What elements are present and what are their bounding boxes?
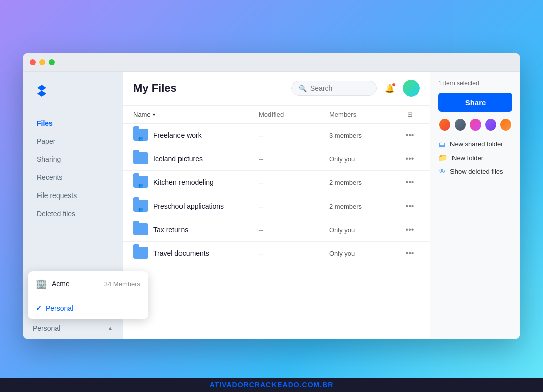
table-row[interactable]: 👥 Freelance work -- 3 members •••	[123, 124, 430, 147]
sidebar-item-file-requests[interactable]: File requests	[27, 187, 119, 204]
main-area: Files Paper Sharing Recents File request…	[23, 72, 520, 339]
row-name-cell: Tax returns	[133, 223, 259, 236]
folder-plain-icon	[133, 152, 148, 165]
show-deleted-files-action[interactable]: 👁 Show deleted files	[438, 167, 512, 176]
row-more-button[interactable]: •••	[400, 178, 420, 187]
shared-people-icon: 👥	[138, 183, 143, 188]
workspace-acme-item[interactable]: 🏢 Acme 34 Members	[28, 271, 148, 297]
new-folder-action[interactable]: 📁 New folder	[438, 153, 512, 162]
main-content: My Files 🔍 🔔 Name ▾	[123, 72, 430, 339]
row-name-cell: 👥 Preschool applications	[133, 200, 259, 213]
show-deleted-icon: 👁	[438, 167, 446, 176]
workspace-acme-name: Acme	[52, 280, 70, 288]
file-table: Name ▾ Modified Members ⊞ 👥 Freelance wo	[123, 106, 430, 339]
page-title: My Files	[133, 82, 285, 95]
collaborator-avatars	[438, 118, 512, 132]
avatar[interactable]	[403, 80, 420, 97]
col-members-header: Members	[329, 111, 400, 118]
avatar-1	[438, 118, 451, 132]
dropbox-logo	[23, 82, 123, 114]
col-modified-header: Modified	[259, 111, 329, 118]
table-header: Name ▾ Modified Members ⊞	[123, 106, 430, 124]
row-more-button[interactable]: •••	[400, 202, 420, 211]
avatar-4	[484, 118, 497, 132]
selected-count-text: 1 item selected	[438, 80, 512, 87]
row-members-cell: Only you	[329, 226, 400, 234]
row-name-cell: 👥 Kitchen remodeling	[133, 176, 259, 189]
workspace-popup[interactable]: 🏢 Acme 34 Members ✓ Personal	[28, 271, 148, 319]
workspace-personal-label: Personal	[46, 304, 73, 312]
row-modified-cell: --	[259, 179, 329, 186]
row-modified-cell: --	[259, 155, 329, 163]
row-name-cell: 👥 Freelance work	[133, 129, 259, 142]
row-modified-cell: --	[259, 250, 329, 257]
watermark-text: ATIVADORCRACKEADO.COM.BR	[210, 381, 334, 389]
row-more-button[interactable]: •••	[400, 249, 420, 258]
table-row[interactable]: 👥 Kitchen remodeling -- 2 members •••	[123, 171, 430, 194]
app-window: Files Paper Sharing Recents File request…	[23, 53, 520, 339]
row-name-cell: Iceland pictures	[133, 152, 259, 165]
close-dot[interactable]	[30, 59, 36, 65]
bottom-bar: ATIVADORCRACKEADO.COM.BR	[0, 378, 543, 392]
workspace-acme-members: 34 Members	[104, 280, 140, 288]
workspace-personal-item[interactable]: ✓ Personal	[28, 297, 148, 319]
content-header: My Files 🔍 🔔	[123, 72, 430, 106]
avatar-3	[469, 118, 482, 132]
folder-shared-icon: 👥	[133, 176, 148, 189]
table-row[interactable]: Tax returns -- Only you •••	[123, 218, 430, 242]
shared-people-icon: 👥	[138, 136, 143, 141]
row-members-cell: Only you	[329, 250, 400, 257]
sidebar-item-files[interactable]: Files	[27, 115, 119, 132]
row-more-button[interactable]: •••	[400, 131, 420, 140]
table-row[interactable]: 👥 Preschool applications -- 2 members ••…	[123, 194, 430, 218]
col-grid-icon[interactable]: ⊞	[400, 111, 420, 118]
row-members-cell: 2 members	[329, 179, 400, 186]
sidebar-bottom-label: Personal	[33, 324, 60, 332]
maximize-dot[interactable]	[49, 59, 55, 65]
right-panel: 1 item selected Share 🗂 New shared folde…	[430, 72, 520, 339]
sidebar-item-deleted-files[interactable]: Deleted files	[27, 205, 119, 222]
sidebar: Files Paper Sharing Recents File request…	[23, 72, 123, 339]
row-modified-cell: --	[259, 226, 329, 234]
share-button[interactable]: Share	[438, 93, 512, 112]
row-modified-cell: --	[259, 132, 329, 139]
row-modified-cell: --	[259, 203, 329, 210]
sort-arrow-icon: ▾	[153, 112, 155, 117]
avatar-5	[499, 118, 512, 132]
row-name-cell: Travel documents	[133, 247, 259, 260]
check-icon: ✓	[36, 304, 42, 312]
sidebar-workspace-switcher[interactable]: Personal ▲	[23, 317, 123, 339]
col-name-header[interactable]: Name ▾	[133, 111, 259, 118]
avatar-image	[403, 80, 420, 97]
search-icon: 🔍	[299, 85, 307, 92]
sidebar-item-sharing[interactable]: Sharing	[27, 151, 119, 168]
row-more-button[interactable]: •••	[400, 154, 420, 163]
action-items: 🗂 New shared folder 📁 New folder 👁 Show …	[438, 140, 512, 176]
folder-shared-icon: 👥	[133, 129, 148, 142]
sidebar-item-recents[interactable]: Recents	[27, 169, 119, 186]
new-shared-folder-action[interactable]: 🗂 New shared folder	[438, 140, 512, 148]
folder-plain-icon	[133, 223, 148, 236]
avatar-2	[454, 118, 467, 132]
shared-people-icon: 👥	[138, 207, 143, 212]
new-folder-icon: 📁	[438, 153, 448, 162]
folder-shared-icon: 👥	[133, 200, 148, 213]
chevron-up-icon: ▲	[107, 325, 113, 332]
sidebar-item-paper[interactable]: Paper	[27, 133, 119, 150]
new-shared-folder-icon: 🗂	[438, 140, 446, 148]
row-members-cell: Only you	[329, 155, 400, 163]
row-members-cell: 3 members	[329, 132, 400, 139]
folder-plain-icon	[133, 247, 148, 260]
row-members-cell: 2 members	[329, 203, 400, 210]
titlebar	[23, 53, 520, 72]
table-row[interactable]: Travel documents -- Only you •••	[123, 242, 430, 265]
search-input[interactable]	[310, 84, 371, 92]
minimize-dot[interactable]	[39, 59, 45, 65]
notification-dot	[392, 83, 396, 87]
notification-bell[interactable]: 🔔	[383, 82, 397, 95]
row-more-button[interactable]: •••	[400, 225, 420, 234]
table-row[interactable]: Iceland pictures -- Only you •••	[123, 147, 430, 171]
search-box[interactable]: 🔍	[291, 81, 377, 96]
